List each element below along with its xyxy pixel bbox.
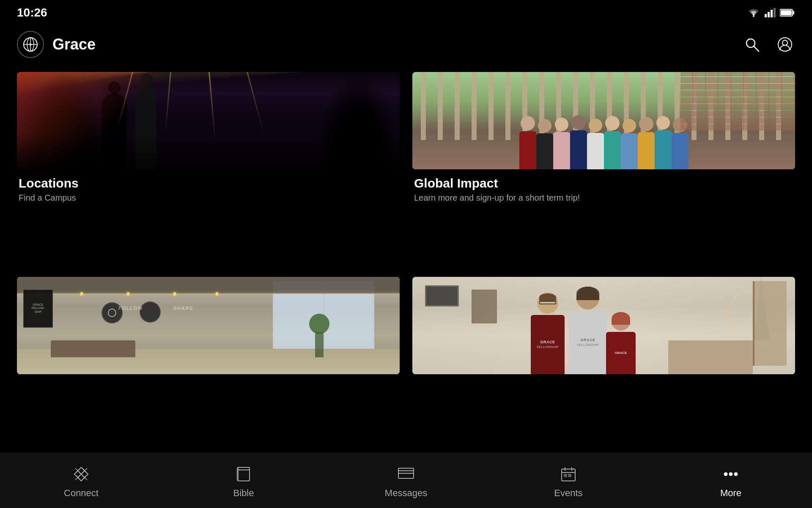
more-icon — [721, 465, 740, 483]
store-card-text — [412, 374, 795, 390]
nav-connect[interactable]: Connect — [47, 463, 115, 499]
nav-events[interactable]: Events — [535, 463, 602, 499]
global-impact-title: Global Impact — [414, 176, 793, 190]
global-impact-card-image — [412, 72, 795, 169]
more-nav-icon — [720, 463, 742, 485]
connect-icon — [72, 465, 91, 483]
battery-icon — [780, 8, 795, 17]
app-title: Grace — [52, 36, 96, 53]
events-nav-icon — [557, 463, 579, 485]
svg-rect-6 — [793, 11, 794, 14]
locations-card-text: Locations Find a Campus — [17, 169, 400, 210]
header-right — [742, 34, 795, 55]
nav-more[interactable]: More — [697, 463, 765, 499]
svg-line-14 — [754, 46, 759, 51]
status-bar: 10:26 — [0, 0, 812, 25]
svg-rect-2 — [768, 12, 770, 17]
header-left: Grace — [17, 31, 96, 58]
bible-nav-label: Bible — [233, 488, 254, 499]
svg-rect-7 — [781, 10, 792, 15]
messages-nav-icon — [395, 463, 417, 485]
connect-card[interactable]: GRACEFELLOW-SHIP FOLLOW SHARE — [17, 277, 400, 445]
messages-icon — [397, 465, 415, 483]
locations-subtitle: Find a Campus — [19, 193, 398, 203]
global-impact-card-text: Global Impact Learn more and sign-up for… — [412, 169, 795, 210]
content-grid: Locations Find a Campus — [0, 64, 812, 453]
locations-card[interactable]: Locations Find a Campus — [17, 72, 400, 264]
more-nav-label: More — [720, 488, 741, 499]
status-time: 10:26 — [17, 6, 47, 19]
status-icons — [747, 8, 795, 17]
events-nav-label: Events — [554, 488, 582, 499]
svg-point-41 — [734, 472, 738, 476]
events-icon — [559, 465, 578, 483]
store-card[interactable]: GRACE FELLOWSHIP GRACE FELLOWSHIP — [412, 277, 795, 445]
search-button[interactable] — [742, 34, 762, 55]
signal-icon — [765, 8, 776, 17]
locations-card-image — [17, 72, 400, 169]
svg-point-16 — [782, 40, 787, 45]
connect-nav-label: Connect — [64, 488, 99, 499]
connect-card-text — [17, 374, 400, 390]
svg-point-40 — [729, 472, 732, 476]
global-impact-card[interactable]: Global Impact Learn more and sign-up for… — [412, 72, 795, 264]
connect-card-image: GRACEFELLOW-SHIP FOLLOW SHARE — [17, 277, 400, 374]
global-impact-subtitle: Learn more and sign-up for a short term … — [414, 193, 793, 203]
connect-nav-icon — [70, 463, 92, 485]
svg-point-39 — [724, 472, 727, 476]
logo-icon — [22, 36, 39, 53]
svg-rect-3 — [771, 10, 773, 17]
svg-rect-29 — [237, 468, 239, 480]
bible-nav-icon — [233, 463, 255, 485]
locations-title: Locations — [19, 176, 398, 190]
svg-rect-38 — [568, 474, 571, 477]
svg-point-0 — [753, 15, 754, 17]
account-icon — [776, 36, 793, 53]
nav-messages[interactable]: Messages — [372, 463, 440, 499]
wifi-icon — [747, 8, 760, 17]
store-card-image: GRACE FELLOWSHIP GRACE FELLOWSHIP — [412, 277, 795, 374]
svg-rect-37 — [564, 474, 567, 477]
search-icon — [743, 36, 760, 53]
svg-rect-1 — [765, 14, 767, 17]
app-logo[interactable] — [17, 31, 44, 58]
app-header: Grace — [0, 25, 812, 64]
nav-bible[interactable]: Bible — [210, 463, 277, 499]
bottom-navigation: Connect Bible Messages — [0, 453, 812, 508]
svg-rect-4 — [774, 8, 776, 17]
svg-rect-27 — [238, 467, 250, 481]
bible-icon — [234, 465, 253, 483]
account-button[interactable] — [775, 34, 795, 55]
messages-nav-label: Messages — [385, 488, 427, 499]
